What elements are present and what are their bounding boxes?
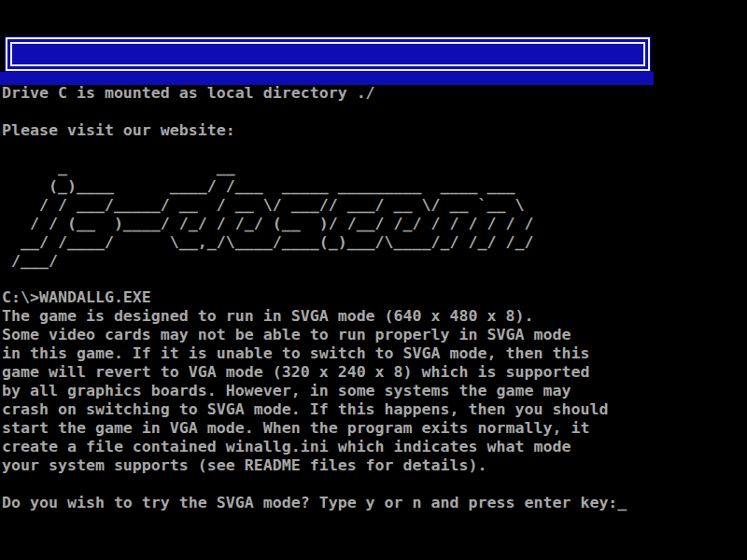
dosbox-team-label: The DOSBox Team — [117, 65, 257, 66]
banner-bottom-strip — [0, 72, 654, 85]
text-cursor[interactable]: _ — [617, 494, 627, 511]
banner-inner-border: The DOSBox Teamhttp://www.dosbox.com — [10, 42, 645, 66]
banner-outer-border: The DOSBox Teamhttp://www.dosbox.com — [6, 37, 650, 71]
dosbox-banner: The DOSBox Teamhttp://www.dosbox.com — [5, 36, 651, 72]
banner-text: The DOSBox Teamhttp://www.dosbox.com — [12, 44, 643, 64]
svga-prompt-text: Do you wish to try the SVGA mode? Type y… — [2, 494, 617, 511]
mount-message: Drive C is mounted as local directory ./ — [2, 84, 375, 103]
dosbox-screen[interactable]: The DOSBox Teamhttp://www.dosbox.com Dri… — [0, 0, 747, 560]
website-message: Please visit our website: — [2, 121, 235, 140]
dosbox-url-text: http://www.dosbox.com — [266, 65, 462, 66]
command-line: C:\>WANDALLG.EXE — [2, 288, 151, 307]
game-info-text: The game is designed to run in SVGA mode… — [2, 307, 608, 475]
svga-prompt-line[interactable]: Do you wish to try the SVGA mode? Type y… — [2, 494, 627, 512]
jsdos-ascii-logo: _ __ (_)____ ____/ /___ _____ _________ … — [2, 159, 533, 271]
